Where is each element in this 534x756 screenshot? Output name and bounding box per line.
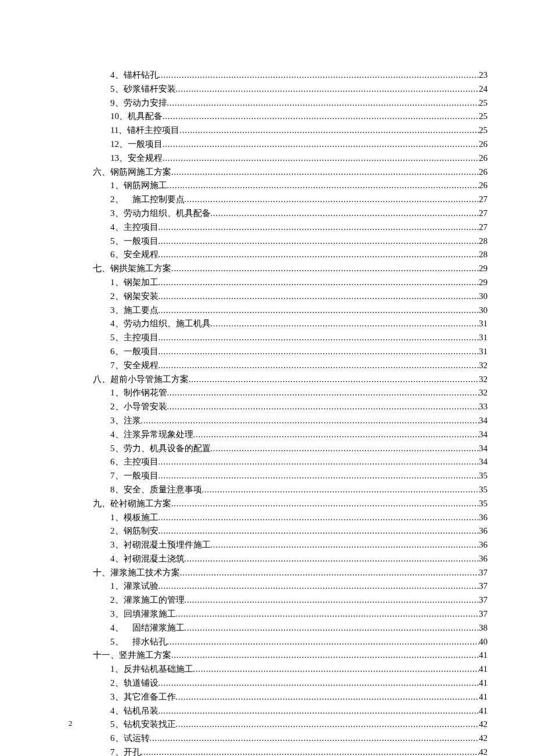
toc-entry: 13、安全规程.................................… xyxy=(110,152,488,165)
toc-dot-leader: ........................................… xyxy=(176,82,479,96)
toc-entry-label: 钻机吊装 xyxy=(124,704,158,718)
toc-dot-leader: ........................................… xyxy=(171,262,479,276)
toc-entry-label: 灌浆施工技术方案 xyxy=(110,566,180,580)
toc-entry: 7、一般项目..................................… xyxy=(110,469,488,483)
toc-entry-label: 主控项目 xyxy=(124,221,158,235)
toc-dot-leader: ........................................… xyxy=(158,579,479,593)
toc-entry-page: 26 xyxy=(479,165,488,179)
toc-entry-prefix: 2、 xyxy=(110,400,124,414)
toc-entry-page: 34 xyxy=(479,428,488,442)
toc-dot-leader: ........................................… xyxy=(171,497,479,511)
toc-dot-leader: ........................................… xyxy=(158,331,479,345)
toc-entry-page: 42 xyxy=(479,718,488,732)
toc-entry-label: 砼衬砌施工方案 xyxy=(110,497,171,511)
toc-entry: 1、钢筋网施工.................................… xyxy=(110,179,488,193)
toc-dot-leader: ........................................… xyxy=(158,511,479,525)
toc-entry-label: 一般项目 xyxy=(124,235,158,249)
toc-dot-leader: ........................................… xyxy=(211,317,479,331)
toc-entry: 1、钢架加工..................................… xyxy=(110,276,488,290)
toc-entry-label: 施工要点 xyxy=(124,304,158,318)
toc-entry-page: 41 xyxy=(479,649,488,663)
toc-entry: 5、主控项目..................................… xyxy=(110,331,488,345)
toc-entry-prefix: 13、 xyxy=(110,152,128,165)
toc-dot-leader: ........................................… xyxy=(167,179,479,193)
toc-dot-leader: ........................................… xyxy=(202,483,479,497)
toc-entry-page: 34 xyxy=(479,414,488,428)
toc-dot-leader: ........................................… xyxy=(158,276,479,290)
toc-entry-label: 安全规程 xyxy=(124,248,158,262)
toc-entry-page: 25 xyxy=(479,96,488,110)
toc-entry-prefix: 1、 xyxy=(110,276,124,290)
page-container: 4、锚杆钻孔..................................… xyxy=(0,0,534,756)
toc-dot-leader: ........................................… xyxy=(185,193,479,207)
toc-entry: 九、砼衬砌施工方案...............................… xyxy=(93,497,488,511)
toc-entry-label: 其它准备工作 xyxy=(124,690,176,704)
toc-entry-page: 29 xyxy=(479,276,488,290)
toc-entry-label: 安全规程 xyxy=(128,152,163,165)
toc-entry: 11、锚杆主控项目...............................… xyxy=(110,124,488,138)
toc-entry-label: 主控项目 xyxy=(124,331,158,345)
toc-dot-leader: ........................................… xyxy=(158,455,479,469)
toc-entry-page: 27 xyxy=(479,193,488,207)
toc-entry: 1、灌浆试验..................................… xyxy=(110,579,488,593)
toc-entry-label: 超前小导管施工方案 xyxy=(110,373,189,387)
toc-entry-label: 施工控制要点 xyxy=(124,193,185,207)
toc-entry-label: 轨道铺设 xyxy=(124,676,158,690)
toc-entry-page: 32 xyxy=(479,386,488,400)
page-number: 2 xyxy=(68,719,73,728)
toc-entry: 7、安全规程..................................… xyxy=(110,359,488,373)
toc-entry: 2、小导管安装.................................… xyxy=(110,400,488,414)
toc-entry-prefix: 7、 xyxy=(110,469,124,483)
toc-dot-leader: ........................................… xyxy=(141,414,479,428)
toc-entry-label: 模板施工 xyxy=(124,511,158,525)
toc-entry-page: 36 xyxy=(479,524,488,538)
toc-entry-prefix: 10、 xyxy=(110,110,128,124)
toc-entry-label: 锚杆钻孔 xyxy=(124,69,158,82)
toc-dot-leader: ........................................… xyxy=(158,290,479,304)
toc-entry-label: 安全规程 xyxy=(124,359,158,373)
toc-entry-prefix: 六、 xyxy=(93,165,110,179)
toc-entry-page: 28 xyxy=(479,235,488,249)
toc-dot-leader: ........................................… xyxy=(158,704,479,718)
toc-entry-page: 41 xyxy=(479,690,488,704)
toc-dot-leader: ........................................… xyxy=(163,110,479,124)
toc-entry-prefix: 4、 xyxy=(110,621,124,635)
table-of-contents: 4、锚杆钻孔..................................… xyxy=(73,69,488,756)
toc-entry-page: 34 xyxy=(479,442,488,456)
toc-dot-leader: ........................................… xyxy=(171,165,479,179)
toc-entry-prefix: 6、 xyxy=(110,345,124,359)
toc-entry-prefix: 2、 xyxy=(110,593,124,607)
toc-dot-leader: ........................................… xyxy=(189,373,479,387)
toc-entry: 6、一般项目..................................… xyxy=(110,345,488,359)
toc-dot-leader: ........................................… xyxy=(158,235,479,249)
toc-dot-leader: ........................................… xyxy=(167,635,479,649)
toc-dot-leader: ........................................… xyxy=(163,152,479,165)
toc-dot-leader: ........................................… xyxy=(167,400,479,414)
toc-dot-leader: ........................................… xyxy=(193,428,479,442)
toc-entry: 1、制作钢花管.................................… xyxy=(110,386,488,400)
toc-entry-prefix: 十一、 xyxy=(93,649,119,663)
toc-entry-label: 反井钻机基础施工 xyxy=(124,663,193,676)
toc-entry-prefix: 7、 xyxy=(110,746,124,756)
toc-entry-prefix: 4、 xyxy=(110,704,124,718)
toc-entry: 5、劳力、机具设备的配置............................… xyxy=(110,442,488,456)
toc-entry-label: 安全、质量注意事项 xyxy=(124,483,202,497)
toc-dot-leader: ........................................… xyxy=(158,221,479,235)
toc-dot-leader: ........................................… xyxy=(158,69,479,82)
toc-dot-leader: ........................................… xyxy=(185,593,479,607)
toc-entry-label: 小导管安装 xyxy=(124,400,167,414)
toc-entry-page: 37 xyxy=(479,593,488,607)
toc-entry-prefix: 6、 xyxy=(110,732,124,746)
toc-entry-prefix: 4、 xyxy=(110,428,124,442)
toc-entry-page: 35 xyxy=(479,483,488,497)
toc-entry: 6、主控项目..................................… xyxy=(110,455,488,469)
toc-entry-page: 24 xyxy=(479,82,488,96)
toc-entry-prefix: 2、 xyxy=(110,676,124,690)
toc-entry: 5、一般项目..................................… xyxy=(110,235,488,249)
toc-dot-leader: ........................................… xyxy=(158,304,479,318)
toc-entry-label: 钢拱架施工方案 xyxy=(110,262,171,276)
toc-entry-prefix: 1、 xyxy=(110,579,124,593)
toc-entry-page: 34 xyxy=(479,455,488,469)
toc-entry-label: 钢筋网施工 xyxy=(124,179,167,193)
toc-entry-page: 36 xyxy=(479,538,488,552)
